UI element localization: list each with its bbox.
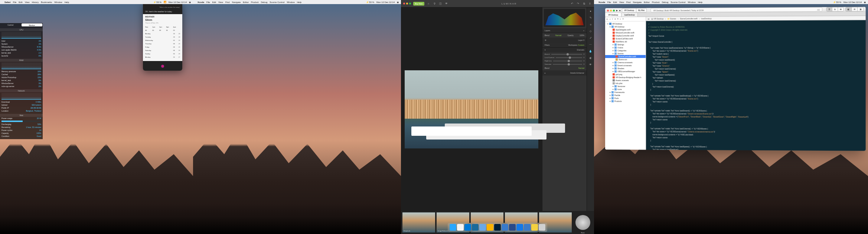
- tree-node[interactable]: ▾ Shaders: [605, 67, 646, 70]
- slider-Local Contrast[interactable]: Local Contrast0: [542, 56, 587, 59]
- canvas[interactable]: [401, 7, 542, 211]
- tab-1[interactable]: loadDesktop: [621, 13, 638, 17]
- tool-spot[interactable]: ●: [588, 9, 593, 13]
- clock[interactable]: Mon 12 Dec 12:14: [843, 1, 862, 3]
- tab-monitor[interactable]: Monitor: [22, 23, 43, 26]
- tab-0[interactable]: VR Desktop: [605, 13, 621, 17]
- siri-mic[interactable]: [143, 61, 182, 71]
- preset-category-basic[interactable]: Basic: [575, 215, 590, 230]
- tree-node[interactable]: ▾ Settings: [605, 43, 646, 46]
- tree-node[interactable]: ▾ Categories: [605, 49, 646, 52]
- menu-help[interactable]: Help: [65, 1, 69, 3]
- home-icon[interactable]: ⌂: [427, 2, 430, 6]
- menu-bookmarks[interactable]: Bookmarks: [41, 1, 52, 3]
- slider-Brightness[interactable]: Brightness0: [542, 59, 587, 62]
- dock-app-Luminar[interactable]: [472, 224, 479, 231]
- search-icon[interactable]: ⚲: [433, 2, 436, 6]
- menubar-safari[interactable]: Safari File Edit View History Bookmarks …: [0, 0, 193, 4]
- siri-icon[interactable]: ◉: [864, 1, 866, 3]
- tree-node[interactable]: ▾ Cinema.scnassets: [605, 61, 646, 64]
- siri-icon[interactable]: ◉: [397, 1, 399, 3]
- dock-app-Photoshop[interactable]: [494, 224, 501, 231]
- menu-edit[interactable]: Edit: [19, 1, 22, 3]
- app-menu[interactable]: Safari: [4, 1, 11, 3]
- project-navigator[interactable]: ▤⚠⚲⊞⚑⧖☰ ▾ VR Desktop▾ VR DesktopAppDeleg…: [605, 17, 646, 151]
- layer-row[interactable]: 👁 Layer 0: [542, 38, 587, 43]
- buy-now-button[interactable]: Buy Now: [413, 2, 424, 6]
- undo-icon[interactable]: ↶: [570, 2, 574, 6]
- crop-icon[interactable]: ◫: [438, 2, 442, 6]
- share-icon[interactable]: ⇪: [588, 2, 592, 6]
- tree-node[interactable]: ▾ Paddle: [605, 94, 646, 97]
- tool-mask[interactable]: ◐: [588, 56, 593, 60]
- app-menu[interactable]: Xcode: [598, 1, 605, 3]
- blend-value[interactable]: Normal: [555, 34, 561, 36]
- menu-view[interactable]: View: [25, 1, 30, 3]
- dock-app-Notes[interactable]: [531, 224, 538, 231]
- tool-erase[interactable]: ◇: [588, 29, 593, 33]
- compare-icon[interactable]: ⧉: [582, 2, 586, 6]
- scheme-picker[interactable]: VR DesktopMy Mac: [622, 8, 647, 12]
- window-controls[interactable]: [607, 9, 615, 11]
- menubar-xcode-left[interactable]: Xcode File Edit View Find Navigate Edito…: [193, 0, 401, 4]
- run-button[interactable]: ▶: [616, 9, 618, 12]
- panel-toggles[interactable]: ◧⊟◨: [845, 7, 864, 12]
- workspace-picker[interactable]: Workspace Custom: [568, 44, 584, 46]
- filter-blend-value[interactable]: Normal: [578, 67, 584, 69]
- tree-node[interactable]: ▾ Oculus: [605, 46, 646, 49]
- tool-eye[interactable]: 👁: [588, 62, 593, 67]
- filter-dramatic[interactable]: ▾ Dramatic: [542, 48, 587, 52]
- siri-icon[interactable]: ◉: [189, 1, 191, 3]
- tree-node[interactable]: grid.png: [605, 73, 646, 76]
- tree-node[interactable]: ▾ Versioner: [605, 85, 646, 88]
- redo-icon[interactable]: ↷: [576, 2, 580, 6]
- tree-node[interactable]: ▾ Desert.scnassets: [605, 64, 646, 67]
- dock-app-Folder[interactable]: [479, 224, 486, 231]
- tool-brush[interactable]: ✎: [588, 16, 593, 20]
- add-layer-icon[interactable]: +: [583, 29, 584, 32]
- wifi-icon[interactable]: 📶: [164, 1, 166, 3]
- code-editor[interactable]: ◂▸ ▤ VR Desktop› 📁 Scenes› SceneControll…: [646, 16, 866, 151]
- tab-control[interactable]: Control: [0, 23, 21, 27]
- battery-status[interactable]: ⚡ 53 %: [833, 1, 841, 3]
- tree-node[interactable]: ▾ Products: [605, 100, 646, 103]
- dock-app-VSCode[interactable]: [464, 224, 471, 231]
- tree-node[interactable]: ▾ Pods: [605, 97, 646, 100]
- tree-node[interactable]: VR-Desktop-Bridging-Header.h: [605, 76, 646, 79]
- tree-node[interactable]: Info.plist: [605, 82, 646, 85]
- dock[interactable]: [448, 223, 547, 232]
- tree-node[interactable]: ▾ Frameworks: [605, 91, 646, 94]
- dock-app-Trash[interactable]: [539, 224, 545, 231]
- app-menu[interactable]: Xcode: [198, 1, 204, 3]
- filter-details[interactable]: ▸ Details Enhancer: [542, 71, 587, 76]
- slider-Amount[interactable]: Amount0: [542, 52, 587, 56]
- tree-node[interactable]: ▾ Scenes: [605, 52, 646, 55]
- opacity-value[interactable]: 100%: [580, 34, 584, 36]
- menu-history[interactable]: History: [32, 1, 39, 3]
- menu-file[interactable]: File: [13, 1, 17, 3]
- tool-droplet[interactable]: 💧: [588, 49, 593, 54]
- dock-app-Finder[interactable]: [450, 224, 456, 231]
- dock-app-Sketch[interactable]: [487, 224, 493, 231]
- stop-button[interactable]: ■: [619, 9, 620, 12]
- tree-node[interactable]: SceneController.swift: [605, 55, 646, 58]
- eye-icon[interactable]: 👁: [444, 2, 448, 6]
- dock-app-Mail[interactable]: [524, 224, 531, 231]
- menu-window[interactable]: Window: [54, 1, 62, 3]
- battery-status[interactable]: ⚡ 53 %: [153, 1, 161, 3]
- tree-node[interactable]: Scene.scn: [605, 58, 646, 61]
- window-controls[interactable]: [403, 3, 411, 4]
- tool-clone[interactable]: ⌾: [588, 22, 593, 27]
- dock-app-App[interactable]: [502, 224, 508, 231]
- dock-app-Chrome[interactable]: [457, 224, 464, 231]
- tool-transform[interactable]: ⤢: [588, 36, 593, 40]
- clock[interactable]: Mon 12 Dec 12:14: [376, 1, 395, 3]
- battery-status[interactable]: ⚡ 53 %: [366, 1, 374, 3]
- dock-app-Xcode[interactable]: [516, 224, 523, 231]
- tree-node[interactable]: ▾ Icons: [605, 88, 646, 91]
- menubar-xcode[interactable]: Xcode File Edit View Find Navigate Edito…: [594, 0, 868, 4]
- tree-node[interactable]: ▾ OBSLicenseManager: [605, 70, 646, 73]
- dock-app-Preview[interactable]: [509, 224, 516, 231]
- clock[interactable]: Mon 12 Dec 12:14: [169, 1, 187, 3]
- tree-node[interactable]: MainMenu.xib: [605, 40, 646, 43]
